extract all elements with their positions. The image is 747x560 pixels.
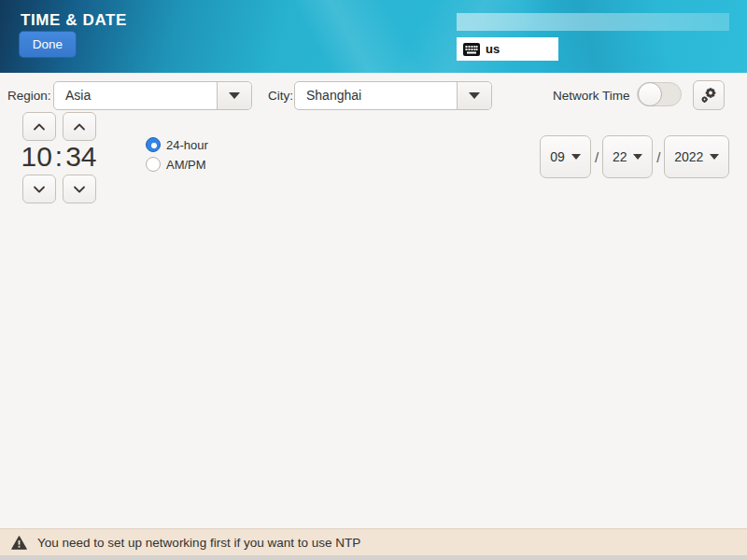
time-display: 10 : 34: [19, 140, 99, 174]
chevron-down-icon: [32, 184, 47, 195]
region-dropdown-button[interactable]: [217, 82, 251, 109]
done-button[interactable]: Done: [19, 31, 77, 58]
date-picker: 09 / 22 / 2022: [540, 135, 729, 178]
city-value: Shanghai: [295, 82, 457, 109]
region-label: Region:: [7, 89, 51, 103]
network-time-toggle[interactable]: [637, 82, 682, 106]
keyboard-layout-highlight: [457, 13, 729, 31]
header-bar: TIME & DATE Done us: [0, 0, 747, 73]
keyboard-icon: [463, 43, 480, 56]
day-value: 22: [613, 149, 627, 164]
chevron-up-icon: [72, 121, 87, 133]
chevron-up-icon: [32, 121, 47, 133]
radio-am-pm-label: AM/PM: [166, 158, 206, 172]
hours-value: 10: [21, 141, 51, 173]
warning-message: You need to set up networking first if y…: [37, 536, 360, 550]
chevron-down-icon: [72, 184, 87, 195]
gear-icon: [700, 87, 717, 104]
chevron-down-icon: [571, 154, 581, 160]
city-dropdown-button[interactable]: [457, 82, 491, 109]
page-title: TIME & DATE: [21, 11, 127, 30]
network-time-label: Network Time: [553, 89, 630, 103]
time-separator: :: [55, 141, 63, 173]
minutes-down-button[interactable]: [63, 175, 96, 203]
hours-up-button[interactable]: [22, 112, 56, 141]
ntp-settings-button[interactable]: [693, 80, 725, 110]
city-combobox[interactable]: Shanghai: [294, 81, 492, 110]
keyboard-layout-indicator[interactable]: us: [457, 37, 558, 61]
city-label: City:: [268, 89, 293, 103]
chevron-down-icon: [469, 92, 480, 99]
region-value: Asia: [54, 82, 217, 109]
keyboard-layout-label: us: [486, 42, 500, 56]
chevron-down-icon: [710, 154, 719, 160]
bottom-edge: [0, 555, 747, 560]
region-combobox[interactable]: Asia: [53, 81, 252, 110]
radio-am-pm[interactable]: AM/PM: [146, 157, 208, 172]
minutes-up-button[interactable]: [63, 112, 96, 141]
toggle-knob[interactable]: [638, 82, 662, 106]
warning-icon: [11, 536, 27, 550]
year-dropdown[interactable]: 2022: [664, 135, 729, 178]
chevron-down-icon: [633, 154, 642, 160]
date-separator: /: [594, 149, 599, 165]
hours-down-button[interactable]: [22, 175, 56, 203]
date-separator: /: [655, 149, 661, 165]
radio-button-icon[interactable]: [146, 157, 161, 172]
month-dropdown[interactable]: 09: [540, 135, 591, 178]
year-value: 2022: [674, 149, 703, 164]
time-format-group: 24-hour AM/PM: [146, 137, 208, 172]
radio-24-hour-label: 24-hour: [166, 138, 208, 152]
chevron-down-icon: [229, 92, 240, 99]
day-dropdown[interactable]: 22: [602, 135, 653, 178]
month-value: 09: [550, 149, 565, 164]
radio-24-hour[interactable]: 24-hour: [146, 137, 208, 152]
radio-button-icon[interactable]: [146, 137, 161, 152]
warning-bar: You need to set up networking first if y…: [0, 528, 747, 555]
minutes-value: 34: [65, 141, 96, 173]
